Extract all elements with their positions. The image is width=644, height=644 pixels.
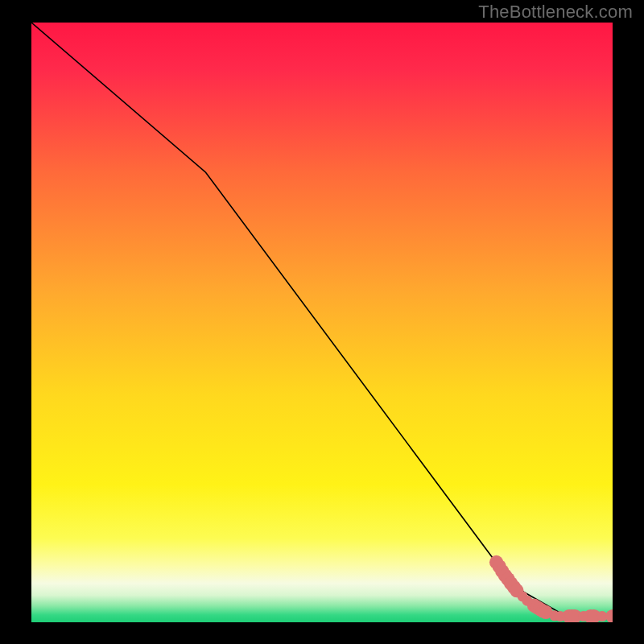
plot-area (31, 23, 613, 622)
bottleneck-chart (31, 23, 613, 622)
attribution-text: TheBottleneck.com (478, 2, 633, 23)
gradient-background (31, 23, 613, 622)
chart-container: TheBottleneck.com (0, 0, 644, 644)
